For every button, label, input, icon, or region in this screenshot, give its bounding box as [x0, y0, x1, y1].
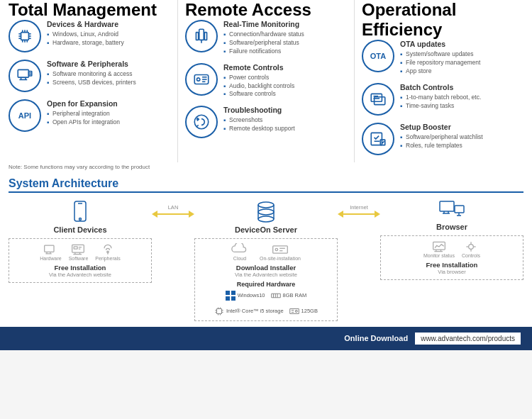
client-block: Client Devices Hardware	[9, 200, 152, 283]
bullet: Software monitoring & access	[47, 70, 136, 79]
ota-title: OTA updates	[400, 40, 480, 48]
ota-content: OTA updates System/software updates File…	[400, 40, 480, 76]
svg-point-39	[79, 218, 82, 220]
ssd-icon	[289, 306, 299, 316]
arrow-right-2	[375, 211, 380, 218]
feature-ota: OTA OTA updates System/software updates …	[362, 40, 523, 76]
feature-remote-controls: Remote Controls Power controls Audio, ba…	[185, 63, 347, 99]
lan-arrow: LAN	[152, 200, 194, 218]
bullet: Software/peripheral status	[223, 39, 304, 48]
software-content: Software & Peripherals Software monitori…	[47, 60, 136, 87]
sub-software: Software	[69, 243, 89, 261]
remote-controls-bullets: Power controls Audio, backlight controls…	[223, 74, 294, 99]
browser-install-sub: Via browser	[438, 269, 465, 275]
sub-peripherals: Peripherals	[95, 243, 120, 261]
api-title: Open for Expansion	[47, 99, 120, 108]
hw-ssd: 125GB	[289, 306, 318, 316]
client-sub-icons: Hardware So	[40, 243, 120, 261]
bullet: Failure notifications	[223, 48, 304, 56]
hw-win: Windows10	[226, 291, 265, 301]
svg-point-54	[258, 202, 274, 208]
setup-bullets: Software/peripheral watchlist Roles, rul…	[400, 133, 483, 150]
troubleshooting-content: Troubleshooting Screenshots Remote deskt…	[223, 106, 295, 133]
hw-cpu: Intel® Core™ i5 storage	[214, 306, 284, 316]
bullet: Remote desktop support	[223, 125, 295, 133]
remote-controls-content: Remote Controls Power controls Audio, ba…	[223, 63, 294, 99]
bullet: System/software updates	[400, 50, 480, 59]
arrow-left	[152, 211, 157, 218]
browser-dashed: Monitor status Controls	[380, 235, 523, 280]
footer-bar: Online Download www.advantech.com/produc…	[0, 327, 532, 350]
devices-content: Devices & Hardware Windows, Linux, Andro…	[47, 20, 124, 48]
api-icon: API	[9, 99, 41, 132]
remote-controls-title: Remote Controls	[223, 63, 294, 72]
monitor-status-sub-label: Monitor status	[423, 253, 455, 258]
controls-sub-icon	[464, 240, 478, 253]
monitor-icon	[9, 60, 41, 92]
browser-sub-icons: Monitor status Controls	[423, 240, 480, 258]
software-sub-label: Software	[69, 256, 89, 261]
hardware-sub-icon	[43, 243, 57, 256]
feature-devices: Devices & Hardware Windows, Linux, Andro…	[9, 20, 170, 52]
req-title: Required Hardware	[198, 281, 334, 288]
batch-title: Batch Controls	[400, 83, 481, 91]
ota-icon: OTA	[362, 40, 394, 72]
col-remote: Remote Access Real-Time Monitoring Conne…	[185, 0, 347, 162]
bullet: Audio, backlight controls	[223, 82, 294, 91]
svg-point-25	[197, 78, 200, 81]
sub-cloud: Cloud	[231, 243, 248, 261]
controls-sub-label: Controls	[462, 253, 480, 258]
server-icon-row	[256, 200, 276, 223]
svg-rect-73	[217, 308, 222, 313]
svg-rect-20	[199, 29, 204, 40]
server-block: DeviceOn Server Cloud	[194, 200, 338, 321]
monitoring-content: Real-Time Monitoring Connection/hardware…	[223, 20, 304, 56]
client-icon-row	[72, 200, 88, 223]
svg-rect-68	[231, 296, 235, 301]
col-remote-title: Remote Access	[185, 0, 347, 20]
bullet: Hardware, storage, battery	[47, 39, 124, 48]
monitoring-title: Real-Time Monitoring	[223, 20, 304, 28]
bullet: Windows, Linux, Android	[47, 30, 124, 39]
client-install-label: Free Installation	[55, 264, 106, 272]
lan-label: LAN	[168, 204, 179, 211]
peripherals-sub-icon	[101, 243, 115, 256]
architecture-section: System Architecture Client Devices	[0, 173, 532, 327]
browser-block: Browser Monitor status	[380, 200, 523, 280]
bullet: Time-saving tasks	[400, 102, 481, 111]
monitor-status-sub-icon	[432, 240, 446, 253]
bullet: Open APIs for integration	[47, 118, 120, 127]
api-bullets: Peripheral integration Open APIs for int…	[47, 110, 120, 127]
col-divider-2	[354, 0, 355, 162]
software-bullets: Software monitoring & access Screens, US…	[47, 70, 136, 87]
peripherals-sub-label: Peripherals	[95, 256, 120, 261]
browser-install-label: Free Installation	[426, 261, 478, 269]
client-title: Client Devices	[53, 225, 106, 234]
svg-point-62	[275, 248, 277, 250]
server-install-sub: Via the Advantech website	[235, 272, 297, 278]
client-install-sub: Via the Advantech website	[49, 272, 111, 278]
feature-batch: Batch Controls 1-to-many batch reboot, e…	[362, 83, 523, 116]
cpu-icon	[214, 306, 224, 316]
bullet: Peripheral integration	[47, 110, 120, 118]
footer-url: www.advantech.com/products	[415, 333, 521, 345]
col-divider-1	[177, 0, 178, 162]
internet-arrow: Internet	[338, 200, 380, 218]
onsite-sub-icon	[272, 243, 289, 256]
hw-ram-label: 8GB RAM	[283, 292, 307, 298]
phone-icon	[72, 200, 88, 223]
troubleshooting-bullets: Screenshots Remote desktop support	[223, 116, 295, 133]
software-title: Software & Peripherals	[47, 60, 136, 68]
setup-content: Setup Booster Software/peripheral watchl…	[400, 123, 483, 150]
bullet: Software/peripheral watchlist	[400, 133, 483, 142]
col-operational-title: Operational Efficiency	[362, 0, 523, 40]
tools-icon	[185, 106, 218, 138]
devices-title: Devices & Hardware	[47, 20, 124, 28]
cloud-sub-icon	[231, 243, 248, 256]
arrow-right	[189, 211, 194, 218]
browser-icon-row	[439, 200, 465, 220]
server-install-label: Download Installer	[236, 264, 296, 272]
svg-rect-17	[28, 72, 31, 77]
svg-rect-31	[371, 94, 382, 101]
bullet: File repository management	[400, 59, 480, 67]
